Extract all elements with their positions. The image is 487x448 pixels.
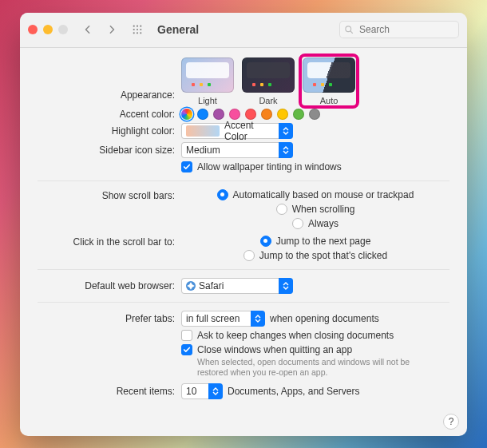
clickscroll-label: Click in the scroll bar to: xyxy=(38,236,181,248)
appearance-thumb-auto xyxy=(303,57,355,93)
accent-swatch-5[interactable] xyxy=(277,109,288,120)
accent-swatch-0[interactable] xyxy=(197,109,208,120)
toolbar: General xyxy=(20,13,467,48)
accent-label: Accent color: xyxy=(38,109,181,120)
close-windows-label: Close windows when quitting an app xyxy=(197,344,352,355)
accent-swatch-3[interactable] xyxy=(245,109,256,120)
radio-label: When scrolling xyxy=(292,204,355,215)
radio-button[interactable] xyxy=(260,236,271,247)
clickscroll-radios-option-1[interactable]: Jump to the spot that's clicked xyxy=(244,250,387,261)
forward-button[interactable] xyxy=(103,21,121,38)
wallpaper-tint-checkbox[interactable] xyxy=(181,161,192,172)
svg-point-7 xyxy=(137,32,138,34)
search-field[interactable] xyxy=(339,21,459,38)
highlight-color-select[interactable]: Accent Color xyxy=(181,123,293,139)
default-browser-value: Safari xyxy=(199,280,279,291)
close-windows-description: When selected, open documents and window… xyxy=(197,357,437,379)
search-input[interactable] xyxy=(358,23,438,36)
prefer-tabs-suffix: when opening documents xyxy=(270,313,379,324)
recent-items-select[interactable]: 10 xyxy=(181,383,223,399)
prefer-tabs-value: in full screen xyxy=(186,313,251,324)
ask-keep-changes-checkbox[interactable] xyxy=(181,330,192,341)
checkmark-icon xyxy=(183,346,191,354)
close-window-button[interactable] xyxy=(28,25,38,34)
appearance-label: Appearance: xyxy=(38,57,181,101)
stepper-arrows-icon xyxy=(208,383,223,399)
content-area: Appearance: Light Dark Auto Accent c xyxy=(20,48,467,436)
svg-line-10 xyxy=(350,31,352,33)
minimize-window-button[interactable] xyxy=(43,25,53,34)
appearance-options: Light Dark Auto xyxy=(181,57,449,105)
appearance-option-auto[interactable]: Auto xyxy=(303,57,355,105)
accent-swatch-7[interactable] xyxy=(309,109,320,120)
recent-items-suffix: Documents, Apps, and Servers xyxy=(228,386,359,397)
highlight-preview-icon xyxy=(186,125,220,137)
help-button[interactable]: ? xyxy=(443,414,459,430)
preferences-window: General Appearance: Light Dark xyxy=(20,13,467,436)
default-browser-select[interactable]: Safari xyxy=(181,278,293,294)
prefer-tabs-select[interactable]: in full screen xyxy=(181,311,265,327)
prefer-tabs-label: Prefer tabs: xyxy=(38,313,181,324)
page-title: General xyxy=(157,23,199,36)
divider xyxy=(38,269,449,270)
search-icon xyxy=(344,25,354,34)
svg-point-3 xyxy=(133,29,135,30)
accent-swatch-6[interactable] xyxy=(293,109,304,120)
radio-button[interactable] xyxy=(292,218,303,229)
scrollbars-radiogroup: Automatically based on mouse or trackpad… xyxy=(181,189,449,229)
stepper-arrows-icon xyxy=(279,123,293,139)
zoom-window-button[interactable] xyxy=(58,25,68,34)
safari-icon xyxy=(186,281,196,291)
stepper-arrows-icon xyxy=(279,142,293,158)
divider xyxy=(38,180,449,181)
radio-label: Always xyxy=(308,218,339,229)
radio-button[interactable] xyxy=(244,250,255,261)
recent-items-value: 10 xyxy=(186,386,208,397)
appearance-option-dark[interactable]: Dark xyxy=(242,57,295,105)
radio-button[interactable] xyxy=(217,189,228,200)
scrollbars-radios-option-1[interactable]: When scrolling xyxy=(276,204,355,215)
appearance-option-light[interactable]: Light xyxy=(181,57,234,105)
svg-point-6 xyxy=(133,32,135,34)
accent-swatch-1[interactable] xyxy=(213,109,224,120)
svg-point-5 xyxy=(140,29,141,30)
ask-keep-changes-label: Ask to keep changes when closing documen… xyxy=(197,330,394,341)
radio-label: Automatically based on mouse or trackpad xyxy=(233,189,414,200)
accent-swatch-multicolor[interactable] xyxy=(181,109,192,120)
wallpaper-tint-label: Allow wallpaper tinting in windows xyxy=(197,161,342,172)
stepper-arrows-icon xyxy=(279,278,293,294)
show-all-button[interactable] xyxy=(127,21,148,38)
svg-point-9 xyxy=(346,26,351,32)
scrollbars-radios-option-0[interactable]: Automatically based on mouse or trackpad xyxy=(217,189,414,200)
back-button[interactable] xyxy=(79,21,97,38)
highlight-color-value: Accent Color xyxy=(224,120,279,142)
scrollbars-radios-option-2[interactable]: Always xyxy=(292,218,339,229)
divider xyxy=(38,302,449,303)
radio-label: Jump to the spot that's clicked xyxy=(259,250,387,261)
clickscroll-radiogroup: Jump to the next pageJump to the spot th… xyxy=(181,236,449,261)
clickscroll-radios-option-0[interactable]: Jump to the next page xyxy=(260,236,371,247)
sidebar-size-value: Medium xyxy=(186,145,279,156)
radio-button[interactable] xyxy=(276,204,287,215)
svg-point-2 xyxy=(140,26,141,27)
close-windows-checkbox[interactable] xyxy=(181,344,192,355)
checkmark-icon xyxy=(183,163,191,171)
svg-point-0 xyxy=(133,26,135,27)
sidebar-size-label: Sidebar icon size: xyxy=(38,145,181,156)
recent-items-label: Recent items: xyxy=(38,386,181,397)
chevron-right-icon xyxy=(108,25,116,34)
sidebar-size-select[interactable]: Medium xyxy=(181,142,293,158)
accent-color-swatches xyxy=(181,109,449,120)
svg-point-1 xyxy=(137,26,138,27)
grid-icon xyxy=(133,25,142,34)
svg-point-4 xyxy=(137,29,138,30)
stepper-arrows-icon xyxy=(251,311,265,327)
appearance-thumb-light xyxy=(181,57,234,93)
radio-label: Jump to the next page xyxy=(276,236,371,247)
chevron-left-icon xyxy=(84,25,92,34)
appearance-thumb-dark xyxy=(242,57,295,93)
accent-swatch-2[interactable] xyxy=(229,109,240,120)
browser-label: Default web browser: xyxy=(38,280,181,291)
accent-swatch-4[interactable] xyxy=(261,109,272,120)
window-controls xyxy=(28,25,68,34)
